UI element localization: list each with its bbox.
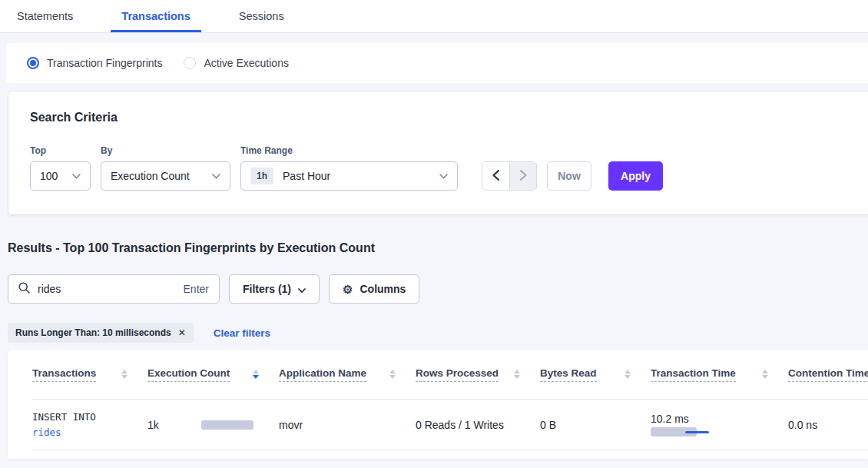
column-header-label: Bytes Read <box>540 367 597 382</box>
contention-time-value: 0.0 ns <box>788 419 817 431</box>
application-name-cell: movr <box>279 419 416 431</box>
column-header-label: Execution Count <box>147 367 230 382</box>
now-button[interactable]: Now <box>547 161 591 191</box>
by-field: By Execution Count <box>101 145 230 191</box>
tab-sessions[interactable]: Sessions <box>228 0 295 32</box>
search-criteria-form: Top 100 By Execution Count Time Range 1h <box>30 145 868 191</box>
time-range-label: Time Range <box>240 145 458 156</box>
results-heading: Results - Top 100 Transaction Fingerprin… <box>8 241 868 256</box>
search-icon <box>18 282 30 296</box>
results-controls: Enter Filters (1) ⚙ Columns <box>8 274 868 304</box>
transaction-time-cell: 10.2 ms <box>651 413 788 437</box>
execution-count-value: 1k <box>147 419 201 431</box>
execution-count-cell: 1k <box>147 419 279 431</box>
execution-count-bar <box>201 420 253 430</box>
table-row: INSERT INTO rides 1k movr 0 Reads / 1 Wr… <box>32 400 868 450</box>
sort-icon[interactable] <box>121 370 128 379</box>
by-label: By <box>101 145 230 156</box>
transactions-table: Transactions Execution Count Application… <box>8 350 868 459</box>
bytes-read-value: 0 B <box>540 419 556 431</box>
apply-button[interactable]: Apply <box>608 161 663 191</box>
sort-icon[interactable] <box>389 370 396 379</box>
search-criteria-card: Search Criteria Top 100 By Execution Cou… <box>8 91 868 215</box>
by-select[interactable]: Execution Count <box>101 161 230 191</box>
column-header-transaction-time[interactable]: Transaction Time <box>651 367 788 382</box>
transaction-time-stdev-line <box>685 431 709 433</box>
filter-chip: Runs Longer Than: 10 milliseconds ✕ <box>8 323 194 343</box>
column-header-execution-count[interactable]: Execution Count <box>147 367 279 382</box>
view-toggle-card: Transaction Fingerprints Active Executio… <box>6 43 868 83</box>
applied-filters-row: Runs Longer Than: 10 milliseconds ✕ Clea… <box>8 323 868 343</box>
column-header-label: Rows Processed <box>416 367 499 382</box>
application-name-value: movr <box>279 419 303 431</box>
time-range-badge: 1h <box>250 168 273 184</box>
column-header-label: Application Name <box>279 367 366 382</box>
filters-button[interactable]: Filters (1) <box>229 274 320 304</box>
gear-icon: ⚙ <box>343 284 353 295</box>
search-criteria-title: Search Criteria <box>30 111 868 124</box>
rows-processed-value: 0 Reads / 1 Writes <box>416 419 504 431</box>
contention-time-cell: 0.0 ns <box>788 419 868 431</box>
chevron-right-icon <box>520 170 527 183</box>
columns-button-label: Columns <box>359 283 406 295</box>
search-box: Enter <box>8 274 220 304</box>
tab-statements[interactable]: Statements <box>6 0 84 32</box>
top-field: Top 100 <box>30 145 91 191</box>
search-enter-label: Enter <box>184 283 209 295</box>
sort-icon[interactable] <box>624 370 631 379</box>
radio-label: Active Executions <box>204 57 289 69</box>
chevron-left-icon <box>492 170 499 183</box>
sql-activity-tabbar: Statements Transactions Sessions <box>0 0 868 33</box>
next-time-window-button[interactable] <box>509 162 536 190</box>
filter-chip-label: Runs Longer Than: 10 milliseconds <box>15 327 171 338</box>
columns-button[interactable]: ⚙ Columns <box>329 274 419 304</box>
radio-label: Transaction Fingerprints <box>47 57 162 69</box>
top-select[interactable]: 100 <box>30 161 91 191</box>
tab-transactions[interactable]: Transactions <box>111 0 200 32</box>
chevron-down-icon <box>212 174 220 179</box>
chevron-down-icon <box>439 174 448 179</box>
column-header-bytes-read[interactable]: Bytes Read <box>540 367 651 382</box>
clear-filters-link[interactable]: Clear filters <box>214 327 270 339</box>
column-header-label: Transactions <box>32 367 96 382</box>
statement-text: INSERT INTO <box>32 410 147 425</box>
sort-icon[interactable] <box>762 370 768 379</box>
time-range-field: Time Range 1h Past Hour <box>240 145 458 191</box>
radio-transaction-fingerprints[interactable]: Transaction Fingerprints <box>27 57 162 69</box>
transaction-time-bar-chart <box>651 427 724 437</box>
transaction-time-value: 10.2 ms <box>651 413 788 425</box>
chevron-down-icon <box>298 283 306 295</box>
column-header-label: Contention Time <box>788 367 868 382</box>
table-header-row: Transactions Execution Count Application… <box>32 350 868 400</box>
radio-unselected-icon <box>184 57 196 69</box>
column-header-label: Transaction Time <box>651 367 736 382</box>
column-header-application-name[interactable]: Application Name <box>279 367 416 382</box>
transaction-fingerprint-link[interactable]: rides <box>32 425 147 440</box>
time-range-select[interactable]: 1h Past Hour <box>240 161 458 191</box>
time-window-arrows <box>482 161 537 191</box>
sort-desc-icon[interactable] <box>253 370 259 379</box>
column-header-contention-time[interactable]: Contention Time <box>788 367 868 382</box>
by-select-value: Execution Count <box>111 170 206 182</box>
search-input[interactable] <box>38 283 176 295</box>
rows-processed-cell: 0 Reads / 1 Writes <box>416 419 540 431</box>
filters-button-label: Filters (1) <box>243 283 291 295</box>
radio-selected-icon <box>27 57 39 69</box>
top-select-value: 100 <box>40 170 66 182</box>
top-label: Top <box>30 145 91 156</box>
time-range-value: Past Hour <box>283 170 433 182</box>
close-icon[interactable]: ✕ <box>178 327 186 338</box>
transaction-fingerprint-cell: INSERT INTO rides <box>32 410 147 440</box>
sort-icon[interactable] <box>514 370 520 379</box>
column-header-transactions[interactable]: Transactions <box>32 367 147 382</box>
column-header-rows-processed[interactable]: Rows Processed <box>416 367 540 382</box>
chevron-down-icon <box>72 174 81 179</box>
radio-active-executions[interactable]: Active Executions <box>184 57 289 69</box>
bytes-read-cell: 0 B <box>540 419 651 431</box>
previous-time-window-button[interactable] <box>482 162 509 190</box>
